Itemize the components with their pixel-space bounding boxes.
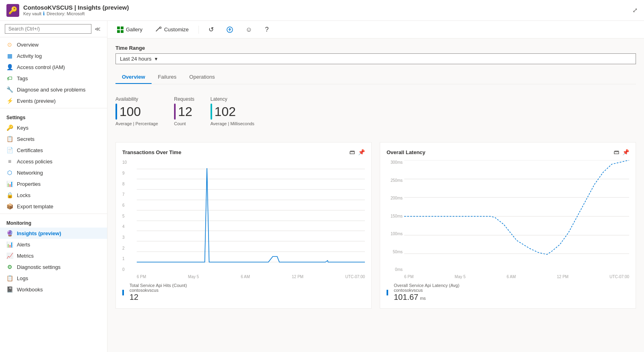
sidebar-item-label: Overview (17, 42, 38, 48)
chart-transactions-actions: 🗃 📌 (349, 149, 365, 155)
metric-latency-label: Latency (211, 96, 255, 102)
metric-requests-bar (174, 104, 176, 120)
access-policies-icon: ≡ (6, 158, 13, 165)
secrets-icon: 📋 (6, 136, 13, 142)
content-body: Time Range Last 24 hours ▾ Overview Fail… (107, 39, 644, 315)
sidebar-item-label: Activity log (17, 53, 42, 59)
gallery-button[interactable]: Gallery (114, 25, 146, 35)
chart-transactions-pin-icon[interactable]: 📌 (358, 149, 365, 155)
sidebar-item-events[interactable]: ⚡ Events (preview) (0, 95, 107, 106)
sidebar-item-label: Keys (17, 125, 28, 131)
metric-availability-value: 100 (119, 105, 141, 118)
page-title: ContosoKVSCUS | Insights (preview) (23, 4, 129, 11)
sidebar-item-logs[interactable]: 📋 Logs (0, 273, 107, 284)
chart-latency-open-icon[interactable]: 🗃 (614, 149, 619, 155)
sidebar-item-export-template[interactable]: 📦 Export template (0, 201, 107, 212)
sidebar-item-label: Diagnose and solve problems (17, 87, 85, 93)
sidebar-divider-2 (0, 214, 107, 214)
svg-rect-1 (121, 26, 124, 29)
time-range-select[interactable]: Last 24 hours ▾ (115, 53, 636, 64)
sidebar-item-properties[interactable]: 📊 Properties (0, 178, 107, 189)
metric-requests-sub: Count (174, 121, 194, 126)
sidebar-divider (0, 108, 107, 108)
sidebar-item-alerts[interactable]: 📊 Alerts (0, 239, 107, 250)
metric-latency-sub: Average | Milliseconds (211, 121, 255, 126)
settings-section-title: Settings (0, 110, 107, 122)
sidebar-item-secrets[interactable]: 📋 Secrets (0, 133, 107, 144)
metric-availability-value-row: 100 (115, 104, 158, 120)
tab-operations[interactable]: Operations (183, 71, 221, 84)
sidebar-item-label: Diagnostic settings (17, 264, 61, 270)
sidebar-item-label: Tags (17, 75, 28, 81)
content-area: Gallery Customize ↺ ☺ ? Tim (107, 21, 644, 352)
sidebar-item-access-control[interactable]: 👤 Access control (IAM) (0, 61, 107, 73)
sidebar-item-insights[interactable]: 🔮 Insights (preview) (0, 228, 107, 239)
metrics-row: Availability 100 Average | Percentage Re… (115, 92, 636, 130)
metric-requests-label: Requests (174, 96, 194, 102)
sidebar-item-tags[interactable]: 🏷 Tags (0, 73, 107, 84)
collapse-sidebar-button[interactable]: ≪ (93, 24, 102, 34)
sidebar-item-networking[interactable]: ⬡ Networking (0, 167, 107, 178)
tabs: Overview Failures Operations (115, 71, 636, 84)
diagnostic-settings-icon: ⚙ (6, 264, 13, 270)
chart-transactions-open-icon[interactable]: 🗃 (349, 149, 355, 155)
sidebar-item-keys[interactable]: 🔑 Keys (0, 122, 107, 133)
upgrade-icon (227, 26, 233, 33)
workbooks-icon: 📓 (6, 286, 13, 293)
metric-requests: Requests 12 Count (174, 96, 194, 126)
sidebar-item-access-policies[interactable]: ≡ Access policies (0, 156, 107, 167)
insights-icon: 🔮 (6, 230, 13, 236)
title-text: ContosoKVSCUS | Insights (preview) Key v… (23, 4, 129, 16)
chart-transactions-legend: Total Service Api Hits (Count) contosokv… (122, 283, 365, 302)
maximize-button[interactable]: ⤢ (632, 6, 638, 14)
metric-availability-bar (115, 104, 117, 120)
metric-latency-value: 102 (215, 105, 236, 118)
refresh-button[interactable]: ↺ (205, 24, 217, 35)
chart-latency-actions: 🗃 📌 (614, 149, 629, 155)
alerts-icon: 📊 (6, 241, 13, 248)
time-range-value: Last 24 hours (120, 56, 152, 62)
title-bar: 🔑 ContosoKVSCUS | Insights (preview) Key… (0, 0, 644, 21)
title-bar-left: 🔑 ContosoKVSCUS | Insights (preview) Key… (6, 4, 129, 17)
metric-availability-label: Availability (115, 96, 158, 102)
charts-row: Transactions Over Time 🗃 📌 012345678910 (115, 142, 636, 309)
sidebar-item-activity-log[interactable]: ▦ Activity log (0, 50, 107, 61)
sidebar-item-diagnostic-settings[interactable]: ⚙ Diagnostic settings (0, 261, 107, 273)
upgrade-button[interactable] (223, 25, 236, 35)
metric-availability-sub: Average | Percentage (115, 121, 158, 126)
main-container: ≪ ⊙ Overview ▦ Activity log 👤 Access con… (0, 21, 644, 352)
sidebar-item-label: Insights (preview) (17, 230, 61, 236)
tab-overview[interactable]: Overview (115, 71, 152, 84)
feedback-button[interactable]: ☺ (243, 24, 255, 35)
sidebar-item-label: Access control (IAM) (17, 64, 65, 70)
help-button[interactable]: ? (262, 24, 272, 35)
sidebar-item-diagnose[interactable]: 🔧 Diagnose and solve problems (0, 84, 107, 95)
sidebar-item-workbooks[interactable]: 📓 Workbooks (0, 284, 107, 295)
tab-failures[interactable]: Failures (152, 71, 183, 84)
customize-button[interactable]: Customize (152, 25, 192, 35)
monitoring-section-title: Monitoring (0, 216, 107, 228)
sidebar-item-locks[interactable]: 🔒 Locks (0, 189, 107, 201)
chart-latency-title: Overall Latency 🗃 📌 (387, 149, 629, 155)
tags-icon: 🏷 (6, 75, 13, 81)
time-range-label: Time Range (115, 45, 636, 51)
metric-requests-value-row: 12 (174, 104, 194, 120)
sidebar-item-label: Events (preview) (17, 98, 56, 104)
sidebar-item-label: Secrets (17, 136, 34, 142)
sidebar-item-certificates[interactable]: 📄 Certificates (0, 144, 107, 156)
sidebar-item-label: Alerts (17, 242, 30, 248)
chart-transactions: Transactions Over Time 🗃 📌 012345678910 (115, 142, 372, 309)
sidebar-item-label: Export template (17, 203, 53, 210)
chart-latency-pin-icon[interactable]: 📌 (622, 149, 629, 155)
sidebar-item-metrics[interactable]: 📈 Metrics (0, 250, 107, 261)
sidebar-item-label: Certificates (17, 147, 43, 153)
metric-availability: Availability 100 Average | Percentage (115, 96, 158, 126)
help-icon: ? (265, 26, 269, 33)
sidebar-item-overview[interactable]: ⊙ Overview (0, 39, 107, 50)
chart-transactions-title: Transactions Over Time 🗃 📌 (122, 149, 365, 155)
metric-requests-value: 12 (178, 105, 192, 118)
svg-rect-2 (117, 30, 120, 33)
refresh-icon: ↺ (209, 26, 214, 33)
search-input[interactable] (5, 24, 91, 34)
sidebar-nav: ⊙ Overview ▦ Activity log 👤 Access contr… (0, 37, 107, 352)
